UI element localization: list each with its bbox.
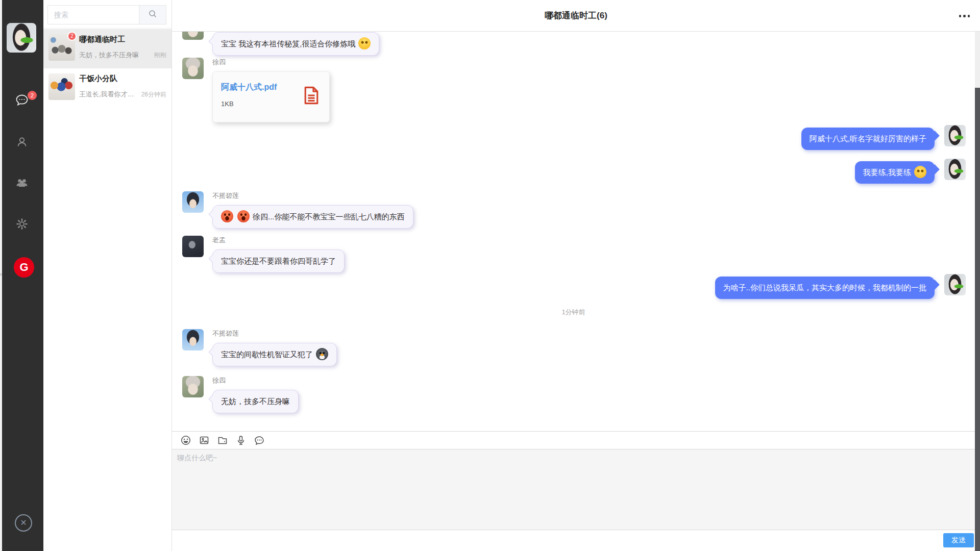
- xusi-avatar[interactable]: [182, 58, 204, 79]
- angry-face-emoji: [221, 210, 233, 222]
- composer: 发送: [172, 431, 980, 551]
- sender-name: 老孟: [212, 236, 345, 249]
- nav-settings-button[interactable]: [0, 214, 43, 236]
- conversation-preview: 无妨，技多不压身嘛: [79, 51, 151, 60]
- baobao-avatar[interactable]: [944, 159, 966, 180]
- message-bubble: 宝宝你还是不要跟着你四哥乱学了: [212, 249, 345, 273]
- app-logo[interactable]: G: [14, 257, 34, 278]
- laomeng-avatar[interactable]: [182, 236, 204, 257]
- chat-bubble-icon: [14, 92, 30, 110]
- conversation-title: 哪都通临时工: [79, 35, 125, 44]
- hugging-face-emoji: [358, 37, 371, 49]
- message-text: 无妨，技多不压身嘛: [221, 397, 290, 406]
- message-left: 不摇碧莲徐四...你能不能不教宝宝一些乱七八糟的东西: [182, 191, 413, 229]
- message-left: 徐四阿威十八式.pdf1KB: [182, 58, 330, 122]
- baobao-avatar[interactable]: [944, 274, 966, 295]
- message-left: 徐四无妨，技多不压身嘛: [182, 376, 299, 413]
- pdf-file-icon: [303, 84, 320, 109]
- group-icon: [15, 176, 29, 191]
- scrollbar-thumb[interactable]: [975, 88, 980, 551]
- search-button[interactable]: [139, 5, 166, 24]
- message-text: 阿威十八式,听名字就好厉害的样子: [810, 134, 926, 143]
- buyaobilian-avatar[interactable]: [182, 329, 204, 350]
- message-list: 宝宝 我这有本祖传秘笈,很适合你修炼哦徐四阿威十八式.pdf1KB阿威十八式,听…: [172, 0, 980, 431]
- melting-face-emoji: [914, 166, 926, 178]
- search-icon: [148, 9, 157, 20]
- message-icon[interactable]: [254, 435, 265, 446]
- unread-badge: 2: [28, 91, 37, 100]
- close-icon[interactable]: ✕: [15, 514, 32, 532]
- mic-icon[interactable]: [235, 435, 247, 446]
- sender-name: 徐四: [212, 376, 299, 390]
- conversation-item[interactable]: 干饭小分队 王道长,我看你才… 26分钟前: [43, 68, 172, 108]
- app-rail: 2: [0, 0, 43, 551]
- message-bubble: 我要练,我要练: [855, 161, 935, 184]
- person-icon: [15, 135, 29, 151]
- message-text: 宝宝的间歇性机智证又犯了: [221, 350, 313, 359]
- message-text: 宝宝 我这有本祖传秘笈,很适合你修炼哦: [221, 39, 355, 48]
- nav-groups-button[interactable]: [0, 172, 43, 195]
- conversation-item[interactable]: 2 哪都通临时工 无妨，技多不压身嘛 刚刚: [43, 29, 172, 68]
- message-right: 我要练,我要练: [855, 159, 966, 184]
- message-bubble: 宝宝的间歇性机智证又犯了: [212, 343, 337, 366]
- emoji-icon[interactable]: [180, 435, 191, 446]
- sender-name: 不摇碧莲: [212, 191, 413, 205]
- chat-title: 哪都通临时工(6): [172, 0, 980, 32]
- gear-icon: [15, 217, 29, 233]
- angry-face-emoji: [237, 210, 250, 222]
- file-message-card[interactable]: 阿威十八式.pdf1KB: [212, 71, 330, 122]
- message-bubble: 为啥子..你们总说我呆瓜，其实大多的时候，我都机制的一批: [715, 277, 935, 299]
- send-button[interactable]: 发送: [943, 533, 974, 547]
- sender-name: 徐四: [212, 58, 330, 71]
- message-bubble: 宝宝 我这有本祖传秘笈,很适合你修炼哦: [212, 32, 379, 56]
- message-text: 徐四...你能不能不教宝宝一些乱七八糟的东西: [253, 212, 405, 221]
- composer-toolbar: [172, 432, 980, 449]
- conversation-preview: 王道长,我看你才…: [79, 90, 138, 99]
- xusi-avatar[interactable]: [182, 376, 204, 397]
- folder-icon[interactable]: [217, 435, 228, 446]
- message-left: 不摇碧莲宝宝的间歇性机智证又犯了: [182, 329, 337, 366]
- penguin-emoji: [316, 348, 328, 360]
- conversation-time: 刚刚: [154, 51, 166, 60]
- message-text: 我要练,我要练: [863, 168, 911, 177]
- message-text: 为啥子..你们总说我呆瓜，其实大多的时候，我都机制的一批: [723, 283, 926, 292]
- buyaobilian-avatar[interactable]: [182, 191, 204, 213]
- more-options-icon[interactable]: [959, 15, 970, 17]
- conversation-time: 26分钟前: [141, 90, 166, 99]
- message-bubble: 阿威十八式,听名字就好厉害的样子: [801, 128, 935, 150]
- nav-chats-button[interactable]: [0, 90, 43, 112]
- sender-name: 不摇碧莲: [212, 329, 337, 343]
- image-icon[interactable]: [199, 435, 210, 446]
- nav-contacts-button[interactable]: [0, 132, 43, 154]
- search-section: [43, 0, 172, 29]
- baobao-avatar[interactable]: [944, 125, 966, 146]
- conversation-title: 干饭小分队: [79, 74, 117, 84]
- conversation-list-panel: 2 哪都通临时工 无妨，技多不压身嘛 刚刚 干饭小分队 王道长,我看你才… 26…: [43, 0, 172, 551]
- time-divider: 1分钟前: [172, 308, 975, 317]
- message-text: 宝宝你还是不要跟着你四哥乱学了: [221, 257, 336, 265]
- chat-main: 哪都通临时工(6) 宝宝 我这有本祖传秘笈,很适合你修炼哦徐四阿威十八式.pdf…: [172, 0, 980, 551]
- message-left: 老孟宝宝你还是不要跟着你四哥乱学了: [182, 236, 345, 273]
- conversation-avatar: [48, 73, 75, 100]
- chat-header: 哪都通临时工(6): [172, 0, 980, 32]
- search-input[interactable]: [47, 5, 139, 24]
- chat-scrollbar[interactable]: [975, 32, 980, 551]
- send-row: 发送: [172, 530, 980, 550]
- message-input[interactable]: [172, 449, 980, 530]
- message-bubble: 徐四...你能不能不教宝宝一些乱七八糟的东西: [212, 205, 413, 229]
- collapse-arrow-icon[interactable]: ›: [0, 271, 2, 277]
- current-user-avatar[interactable]: [7, 23, 36, 53]
- message-right: 为啥子..你们总说我呆瓜，其实大多的时候，我都机制的一批: [715, 274, 966, 299]
- message-bubble: 无妨，技多不压身嘛: [212, 390, 299, 413]
- unread-badge: 2: [67, 32, 77, 41]
- message-right: 阿威十八式,听名字就好厉害的样子: [801, 125, 966, 150]
